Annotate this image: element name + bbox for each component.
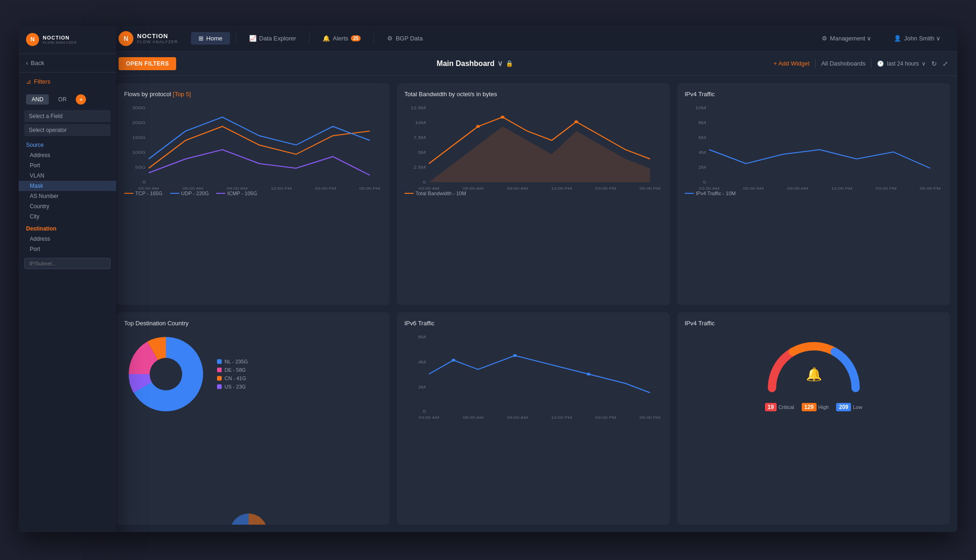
select-operator-dropdown[interactable]: Select operator <box>24 124 111 136</box>
filter-vlan[interactable]: VLAN <box>19 171 116 181</box>
dashboard-grid: Flows by protocol [Top 5] 300G 200G 150G… <box>109 76 957 532</box>
toolbar-center: Main Dashboard ∨ 🔒 <box>182 59 768 68</box>
time-dropdown-icon: ∨ <box>922 60 926 67</box>
gauge-labels: 19 Critical 129 High 209 Low <box>765 403 863 411</box>
sidebar-brand-sub: FLOW ANALYZER <box>43 40 77 45</box>
svg-text:09:00 AM: 09:00 AM <box>507 186 528 191</box>
svg-text:12:00 PM: 12:00 PM <box>831 186 852 191</box>
gauge-critical: 19 Critical <box>765 403 794 411</box>
svg-text:12:00 PM: 12:00 PM <box>551 415 572 420</box>
widget-title-ipv4-1: IPv4 Traffic <box>685 91 943 98</box>
filter-address-source[interactable]: Address <box>19 150 116 160</box>
all-dashboards-button[interactable]: All Dashoboards <box>821 60 865 67</box>
svg-text:4M: 4M <box>699 150 706 154</box>
nav-data-explorer[interactable]: 📈 Data Explorer <box>242 32 303 45</box>
dashboard-title: Main Dashboard ∨ 🔒 <box>437 59 513 68</box>
svg-point-68 <box>513 354 517 357</box>
chart-icon: 📈 <box>249 35 257 42</box>
pie-dot-nl <box>217 359 222 364</box>
nav-management[interactable]: ⚙ Management ∨ <box>814 32 879 45</box>
svg-point-67 <box>452 359 455 362</box>
nav-data-explorer-label: Data Explorer <box>259 35 296 42</box>
svg-text:03:00 AM: 03:00 AM <box>699 186 720 191</box>
nav-sep-2 <box>309 33 310 44</box>
back-label: Back <box>31 59 44 66</box>
svg-text:06:00 AM: 06:00 AM <box>463 415 484 420</box>
filter-mask[interactable]: Mask <box>19 181 116 191</box>
svg-text:03:00 AM: 03:00 AM <box>419 186 440 191</box>
brand-sub: FLOW ANALYZER <box>137 40 178 44</box>
svg-point-58 <box>150 358 182 390</box>
svg-text:06:00 AM: 06:00 AM <box>183 186 204 191</box>
toolbar: OPEN FILTERS Main Dashboard ∨ 🔒 + Add Wi… <box>109 52 957 76</box>
add-widget-label: + Add Widget <box>773 60 810 67</box>
time-label: last 24 hours <box>887 60 919 67</box>
filter-header: ⊿ Filters <box>19 72 116 91</box>
svg-text:06:00 PM: 06:00 PM <box>640 186 660 191</box>
legend-dot-bw <box>404 193 414 194</box>
select-field-dropdown[interactable]: Select a Field <box>24 110 111 122</box>
chart-ipv4-1: 10M 8M 6M 4M 2M 0 03:00 AM 06:00 AM 09:0… <box>685 103 943 187</box>
pie-label-nl: NL - 235G <box>224 359 248 364</box>
svg-text:0: 0 <box>423 408 426 413</box>
refresh-button[interactable]: ↻ <box>931 60 937 67</box>
widget-title-destination: Top Destination Country <box>124 320 382 327</box>
filter-address-dest[interactable]: Address <box>19 234 116 244</box>
gauge-high: 129 High <box>802 403 829 411</box>
brand-name: NOCTION <box>137 33 178 40</box>
svg-text:03:00 PM: 03:00 PM <box>876 186 897 191</box>
alerts-badge: 25 <box>351 35 361 41</box>
pie-legend-nl: NL - 235G <box>217 359 248 364</box>
svg-text:0: 0 <box>703 179 706 184</box>
dashboard-title-text: Main Dashboard <box>437 59 495 68</box>
nav-user[interactable]: 👤 John Smith ∨ <box>886 32 948 45</box>
svg-text:300G: 300G <box>132 105 145 110</box>
filter-city-source[interactable]: City <box>19 211 116 222</box>
legend-dot-ipv4 <box>685 193 694 194</box>
toolbar-sep-1 <box>815 59 816 68</box>
filter-icon: ⊿ <box>26 78 31 85</box>
nav-bgp-data[interactable]: ⚙ BGP Data <box>380 32 430 45</box>
ip-subnet-input[interactable] <box>24 258 111 269</box>
nav-alerts[interactable]: 🔔 Alerts 25 <box>315 32 368 45</box>
external-link-button[interactable]: ⤢ <box>943 60 948 67</box>
user-icon: 👤 <box>894 35 901 42</box>
nav-right: ⚙ Management ∨ 👤 John Smith ∨ <box>814 32 948 45</box>
sidebar-brand-name: NOCTION <box>43 35 77 40</box>
filter-country-source[interactable]: Country <box>19 201 116 211</box>
pie-legend-cn: CN - 41G <box>217 376 248 381</box>
svg-text:6M: 6M <box>699 135 706 139</box>
sidebar-back-button[interactable]: ‹ Back <box>19 54 116 72</box>
gauge-low-count: 209 <box>836 403 851 411</box>
gauge-high-label: High <box>818 404 829 410</box>
svg-text:09:00 AM: 09:00 AM <box>507 415 528 420</box>
filter-port-source[interactable]: Port <box>19 160 116 171</box>
time-selector[interactable]: 🕐 last 24 hours ∨ <box>877 60 926 67</box>
nav-alerts-label: Alerts <box>333 35 348 42</box>
nav-user-label: John Smith ∨ <box>904 35 941 42</box>
nav-sep-1 <box>236 33 236 44</box>
widget-total-bandwidth: Total Bandwidth by octet/s in bytes 12.5… <box>397 83 670 305</box>
svg-text:06:00 AM: 06:00 AM <box>463 186 484 191</box>
svg-text:2M: 2M <box>418 384 426 389</box>
sidebar-logo: N <box>26 33 39 46</box>
widget-ipv4-gauge: IPv4 Traffic 🔔 19 Critical <box>677 312 950 525</box>
or-button[interactable]: OR <box>53 94 72 105</box>
bgp-icon: ⚙ <box>387 35 393 42</box>
svg-text:06:00 AM: 06:00 AM <box>743 186 764 191</box>
svg-marker-30 <box>429 126 650 182</box>
filter-as-number[interactable]: AS Number <box>19 191 116 201</box>
filter-port-dest[interactable]: Port <box>19 244 116 254</box>
legend-dot-tcp <box>124 193 133 194</box>
open-filters-button[interactable]: OPEN FILTERS <box>119 57 176 70</box>
and-button[interactable]: AND <box>26 94 49 105</box>
gauge-low-label: Low <box>853 404 862 410</box>
svg-text:03:00 PM: 03:00 PM <box>595 186 616 191</box>
add-filter-button[interactable]: + <box>76 94 86 105</box>
svg-text:09:00 AM: 09:00 AM <box>227 186 248 191</box>
widget-ipv4-traffic-1: IPv4 Traffic 10M 8M 6M 4M 2M 0 03:00 <box>677 83 950 305</box>
nav-home[interactable]: ⊞ Home <box>191 32 230 45</box>
nav-management-label: Management ∨ <box>830 35 872 42</box>
svg-point-69 <box>587 373 590 376</box>
add-widget-button[interactable]: + Add Widget <box>773 60 810 67</box>
